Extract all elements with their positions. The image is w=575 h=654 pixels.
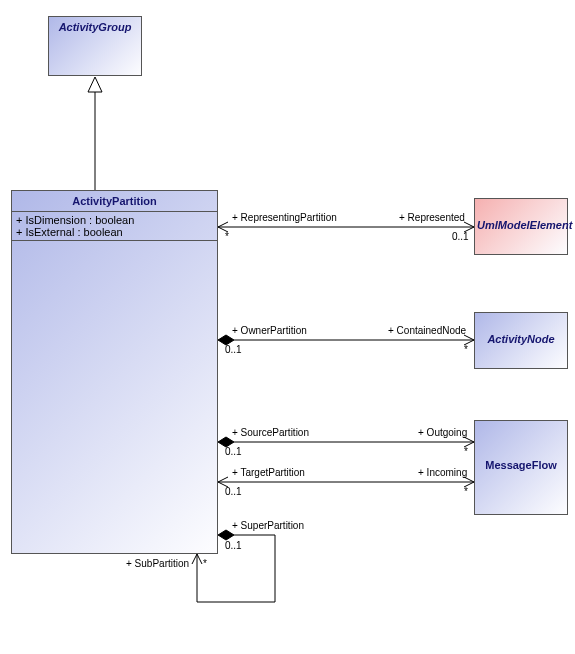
class-uml-model-element: UmlModelElement	[474, 198, 568, 255]
mult-outgoing: *	[464, 446, 468, 457]
class-activity-partition: ActivityPartition + IsDimension : boolea…	[11, 190, 218, 554]
class-name: ActivityGroup	[49, 17, 141, 37]
mult-represented: 0..1	[452, 231, 469, 242]
mult-representing-partition: *	[225, 231, 229, 242]
role-contained-node: + ContainedNode	[388, 325, 466, 336]
mult-source-partition: 0..1	[225, 446, 242, 457]
class-name: UmlModelElement	[475, 199, 567, 235]
class-name: ActivityPartition	[12, 191, 217, 211]
attr: + IsExternal : boolean	[16, 226, 213, 238]
role-outgoing: + Outgoing	[418, 427, 467, 438]
attr-section: + IsDimension : boolean + IsExternal : b…	[12, 211, 217, 240]
class-name: MessageFlow	[475, 421, 567, 475]
mult-super-partition: 0..1	[225, 540, 242, 551]
mult-sub-partition: *	[203, 558, 207, 569]
role-source-partition: + SourcePartition	[232, 427, 309, 438]
role-incoming: + Incoming	[418, 467, 467, 478]
class-message-flow: MessageFlow	[474, 420, 568, 515]
svg-marker-9	[218, 530, 234, 540]
role-owner-partition: + OwnerPartition	[232, 325, 307, 336]
role-target-partition: + TargetPartition	[232, 467, 305, 478]
attr: + IsDimension : boolean	[16, 214, 213, 226]
svg-marker-1	[88, 77, 102, 92]
mult-target-partition: 0..1	[225, 486, 242, 497]
ops-section	[12, 240, 217, 250]
role-sub-partition: + SubPartition	[126, 558, 189, 569]
role-represented: + Represented	[399, 212, 465, 223]
mult-incoming: *	[464, 486, 468, 497]
role-super-partition: + SuperPartition	[232, 520, 304, 531]
mult-contained-node: *	[464, 344, 468, 355]
class-activity-node: ActivityNode	[474, 312, 568, 369]
mult-owner-partition: 0..1	[225, 344, 242, 355]
class-name: ActivityNode	[475, 313, 567, 349]
class-activity-group: ActivityGroup	[48, 16, 142, 76]
role-representing-partition: + RepresentingPartition	[232, 212, 337, 223]
